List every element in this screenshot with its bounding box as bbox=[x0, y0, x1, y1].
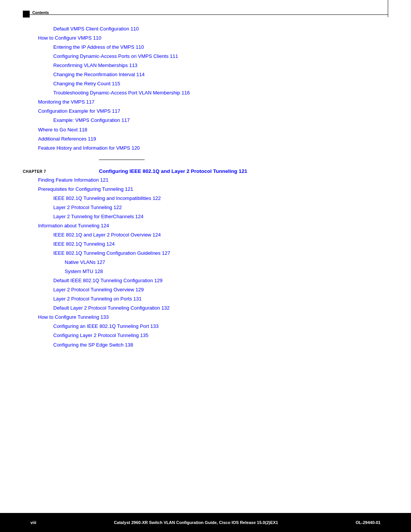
list-item[interactable]: IEEE 802.1Q Tunneling Configuration Guid… bbox=[53, 249, 388, 258]
toc-item-label: Layer 2 Tunneling for EtherChannels 124 bbox=[53, 214, 143, 219]
list-item[interactable]: IEEE 802.1Q and Layer 2 Protocol Overvie… bbox=[53, 230, 388, 240]
list-item[interactable]: Layer 2 Protocol Tunneling 122 bbox=[53, 203, 388, 212]
toc-after-chapter: Finding Feature Information 121Prerequis… bbox=[23, 176, 388, 350]
toc-item-label: Configuring Dynamic-Access Ports on VMPS… bbox=[53, 53, 178, 59]
list-item[interactable]: Default Layer 2 Protocol Tunneling Confi… bbox=[53, 304, 388, 313]
list-item[interactable]: IEEE 802.1Q Tunneling 124 bbox=[53, 240, 388, 249]
list-item[interactable]: Where to Go Next 118 bbox=[38, 125, 388, 134]
toc-item-label: Monitoring the VMPS 117 bbox=[38, 99, 94, 105]
toc-item-label: Feature History and Information for VMPS… bbox=[38, 145, 140, 151]
list-item[interactable]: Layer 2 Protocol Tunneling Overview 129 bbox=[53, 285, 388, 294]
toc-item-label: Configuring the SP Edge Switch 138 bbox=[53, 342, 133, 348]
toc-item-label: Layer 2 Protocol Tunneling 122 bbox=[53, 204, 122, 210]
toc-item-label: Changing the Retry Count 115 bbox=[53, 81, 120, 86]
list-item[interactable]: Finding Feature Information 121 bbox=[38, 176, 388, 185]
list-item[interactable]: Monitoring the VMPS 117 bbox=[38, 97, 388, 107]
toc-item-label: IEEE 802.1Q Tunneling and Incompatibilit… bbox=[53, 195, 161, 201]
footer-page-number: viii bbox=[30, 520, 36, 525]
toc-item-label: Example: VMPS Configuration 117 bbox=[53, 117, 130, 123]
top-right-line bbox=[388, 0, 388, 17]
main-content: Default VMPS Client Configuration 110How… bbox=[23, 23, 388, 509]
list-item[interactable]: Feature History and Information for VMPS… bbox=[38, 144, 388, 153]
footer-document-id: OL-29440-01 bbox=[356, 520, 381, 525]
list-item[interactable]: Reconfirming VLAN Memberships 113 bbox=[53, 61, 388, 70]
list-item[interactable]: Configuration Example for VMPS 117 bbox=[38, 107, 388, 116]
list-item[interactable]: Configuring Layer 2 Protocol Tunneling 1… bbox=[53, 331, 388, 340]
list-item[interactable]: How to Configure Tunneling 133 bbox=[38, 313, 388, 322]
toc-item-label: Troubleshooting Dynamic-Access Port VLAN… bbox=[53, 90, 190, 96]
list-item[interactable]: Layer 2 Protocol Tunneling on Ports 131 bbox=[53, 294, 388, 304]
toc-item-label: How to Configure VMPS 110 bbox=[38, 35, 101, 41]
list-item[interactable]: Changing the Retry Count 115 bbox=[53, 79, 388, 88]
toc-item-label: Native VLANs 127 bbox=[65, 259, 105, 265]
toc-item-label: Default IEEE 802.1Q Tunneling Configurat… bbox=[53, 278, 162, 283]
toc-item-label: IEEE 802.1Q Tunneling 124 bbox=[53, 241, 115, 247]
toc-before-chapter: Default VMPS Client Configuration 110How… bbox=[23, 24, 388, 153]
top-border bbox=[23, 14, 388, 15]
chapter-title: Configuring IEEE 802.1Q and Layer 2 Prot… bbox=[99, 168, 247, 174]
list-item[interactable]: How to Configure VMPS 110 bbox=[38, 34, 388, 43]
chapter-separator bbox=[99, 160, 145, 160]
list-item[interactable]: System MTU 128 bbox=[65, 267, 388, 276]
contents-label: Contents bbox=[32, 11, 49, 15]
toc-item-label: Where to Go Next 118 bbox=[38, 127, 87, 133]
toc-item-label: Entering the IP Address of the VMPS 110 bbox=[53, 44, 144, 50]
toc-item-label: Configuration Example for VMPS 117 bbox=[38, 108, 120, 114]
chapter-row: CHAPTER 7 Configuring IEEE 802.1Q and La… bbox=[23, 168, 388, 174]
toc-item-label: How to Configure Tunneling 133 bbox=[38, 314, 109, 320]
toc-item-label: Information about Tunneling 124 bbox=[38, 223, 109, 228]
list-item[interactable]: Troubleshooting Dynamic-Access Port VLAN… bbox=[53, 88, 388, 97]
list-item[interactable]: Configuring Dynamic-Access Ports on VMPS… bbox=[53, 52, 388, 61]
toc-item-label: Changing the Reconfirmation Interval 114 bbox=[53, 72, 145, 77]
toc-item-label: System MTU 128 bbox=[65, 268, 103, 274]
toc-item-label: Layer 2 Protocol Tunneling Overview 129 bbox=[53, 287, 144, 292]
list-item[interactable]: Entering the IP Address of the VMPS 110 bbox=[53, 43, 388, 52]
toc-item-label: Additional References 119 bbox=[38, 136, 96, 142]
list-item[interactable]: Layer 2 Tunneling for EtherChannels 124 bbox=[53, 212, 388, 221]
list-item[interactable]: Native VLANs 127 bbox=[65, 258, 388, 267]
toc-item-label: Prerequisites for Configuring Tunneling … bbox=[38, 186, 133, 192]
list-item[interactable]: Additional References 119 bbox=[38, 134, 388, 144]
list-item[interactable]: Prerequisites for Configuring Tunneling … bbox=[38, 185, 388, 194]
list-item[interactable]: Configuring the SP Edge Switch 138 bbox=[53, 340, 388, 350]
list-item[interactable]: Default VMPS Client Configuration 110 bbox=[53, 24, 388, 34]
list-item[interactable]: Changing the Reconfirmation Interval 114 bbox=[53, 70, 388, 79]
toc-item-label: Configuring an IEEE 802.1Q Tunneling Por… bbox=[53, 323, 159, 329]
chapter-label: CHAPTER 7 bbox=[23, 169, 99, 174]
list-item[interactable]: Default IEEE 802.1Q Tunneling Configurat… bbox=[53, 276, 388, 285]
toc-item-label: Layer 2 Protocol Tunneling on Ports 131 bbox=[53, 296, 142, 302]
toc-item-label: Reconfirming VLAN Memberships 113 bbox=[53, 62, 137, 68]
toc-item-label: Finding Feature Information 121 bbox=[38, 177, 108, 183]
toc-item-label: IEEE 802.1Q and Layer 2 Protocol Overvie… bbox=[53, 232, 161, 238]
toc-item-label: Default VMPS Client Configuration 110 bbox=[53, 26, 139, 32]
footer-title: Catalyst 2960-XR Switch VLAN Configurati… bbox=[114, 520, 278, 525]
corner-marker bbox=[23, 11, 30, 18]
list-item[interactable]: IEEE 802.1Q Tunneling and Incompatibilit… bbox=[53, 194, 388, 203]
list-item[interactable]: Configuring an IEEE 802.1Q Tunneling Por… bbox=[53, 322, 388, 331]
list-item[interactable]: Information about Tunneling 124 bbox=[38, 221, 388, 230]
bottom-bar: viii Catalyst 2960-XR Switch VLAN Config… bbox=[0, 513, 411, 532]
toc-item-label: IEEE 802.1Q Tunneling Configuration Guid… bbox=[53, 250, 170, 256]
list-item[interactable]: Example: VMPS Configuration 117 bbox=[53, 116, 388, 125]
toc-item-label: Default Layer 2 Protocol Tunneling Confi… bbox=[53, 305, 170, 311]
toc-item-label: Configuring Layer 2 Protocol Tunneling 1… bbox=[53, 332, 148, 338]
